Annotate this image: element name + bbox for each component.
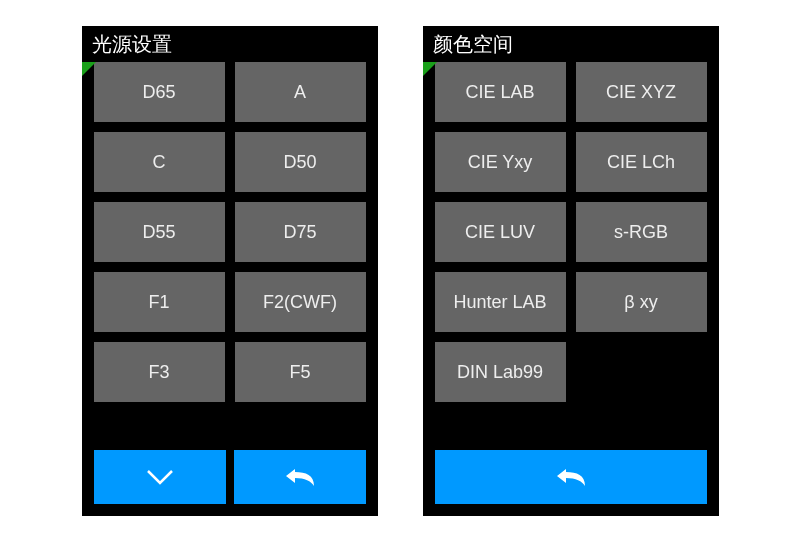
title-text: 颜色空间 <box>433 31 513 58</box>
option-c[interactable]: C <box>94 132 225 192</box>
back-arrow-icon <box>554 466 588 488</box>
page-title: 光源设置 <box>82 26 378 62</box>
active-indicator <box>423 62 437 76</box>
option-din-lab99[interactable]: DIN Lab99 <box>435 342 566 402</box>
page-down-button[interactable] <box>94 450 226 504</box>
chevron-down-icon <box>145 468 175 486</box>
active-indicator <box>82 62 96 76</box>
option-f2cwf[interactable]: F2(CWF) <box>235 272 366 332</box>
option-cie-yxy[interactable]: CIE Yxy <box>435 132 566 192</box>
option-grid: D65 A C D50 D55 D75 F1 F2(CWF) F3 F5 <box>82 62 378 450</box>
option-a[interactable]: A <box>235 62 366 122</box>
footer-bar <box>82 450 378 504</box>
page-title: 颜色空间 <box>423 26 719 62</box>
option-beta-xy[interactable]: β xy <box>576 272 707 332</box>
option-hunter-lab[interactable]: Hunter LAB <box>435 272 566 332</box>
option-d55[interactable]: D55 <box>94 202 225 262</box>
option-f3[interactable]: F3 <box>94 342 225 402</box>
back-arrow-icon <box>283 466 317 488</box>
option-f5[interactable]: F5 <box>235 342 366 402</box>
option-cie-lab[interactable]: CIE LAB <box>435 62 566 122</box>
option-d65[interactable]: D65 <box>94 62 225 122</box>
option-d75[interactable]: D75 <box>235 202 366 262</box>
option-srgb[interactable]: s-RGB <box>576 202 707 262</box>
screen-light-source: 光源设置 D65 A C D50 D55 D75 F1 F2(CWF) F3 F… <box>82 26 378 516</box>
footer-bar <box>423 450 719 504</box>
option-f1[interactable]: F1 <box>94 272 225 332</box>
option-d50[interactable]: D50 <box>235 132 366 192</box>
back-button[interactable] <box>234 450 366 504</box>
back-button[interactable] <box>435 450 707 504</box>
screen-color-space: 颜色空间 CIE LAB CIE XYZ CIE Yxy CIE LCh CIE… <box>423 26 719 516</box>
option-grid: CIE LAB CIE XYZ CIE Yxy CIE LCh CIE LUV … <box>423 62 719 450</box>
title-text: 光源设置 <box>92 31 172 58</box>
option-cie-xyz[interactable]: CIE XYZ <box>576 62 707 122</box>
option-cie-lch[interactable]: CIE LCh <box>576 132 707 192</box>
option-cie-luv[interactable]: CIE LUV <box>435 202 566 262</box>
